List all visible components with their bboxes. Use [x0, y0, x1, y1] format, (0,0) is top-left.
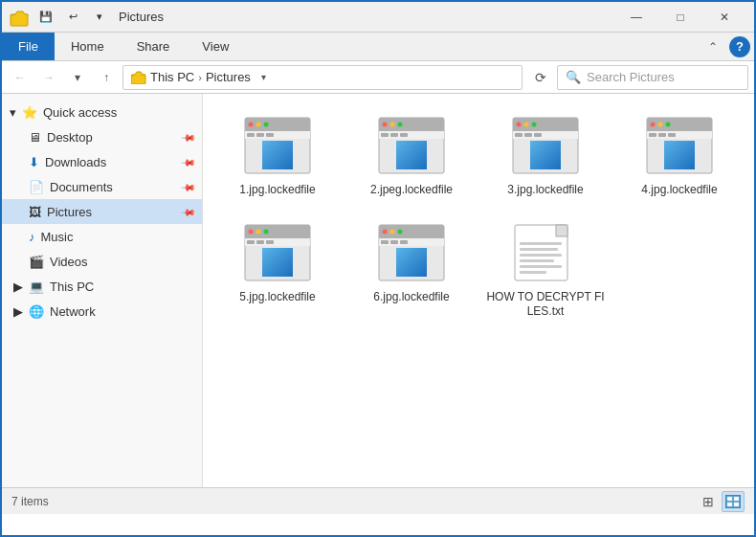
file-label: 3.jpg.lockedfile — [507, 183, 583, 198]
sidebar-label-videos: Videos — [50, 255, 88, 269]
close-button[interactable]: ✕ — [702, 2, 746, 33]
sidebar-item-pictures[interactable]: 🖼 Pictures 📌 — [2, 199, 202, 224]
search-placeholder: Search Pictures — [587, 70, 675, 84]
path-this-pc[interactable]: This PC — [150, 70, 194, 84]
svg-rect-81 — [520, 271, 546, 274]
this-pc-icon: 💻 — [29, 280, 44, 294]
svg-rect-4 — [245, 125, 310, 131]
tab-share[interactable]: Share — [121, 33, 187, 60]
svg-rect-30 — [515, 133, 523, 137]
file-item[interactable]: HOW TO DECRYPT FILES.txt — [480, 211, 611, 328]
file-label: 4.jpg.lockedfile — [641, 183, 717, 198]
ribbon-tabs: File Home Share View ⌃ ? — [2, 33, 754, 61]
svg-rect-56 — [266, 240, 274, 244]
pin-icon-documents: 📌 — [181, 179, 196, 194]
chevron-right-icon: ▶ — [13, 280, 23, 294]
ribbon-collapse-button[interactable]: ⌃ — [700, 33, 725, 60]
svg-rect-46 — [664, 141, 695, 169]
sidebar-item-quick-access[interactable]: ▾ ⭐ Quick access — [2, 100, 202, 124]
file-icon-container — [239, 112, 316, 179]
tab-home[interactable]: Home — [55, 33, 121, 60]
sidebar-label-pictures: Pictures — [47, 205, 92, 219]
svg-rect-22 — [396, 141, 427, 169]
svg-rect-64 — [379, 233, 444, 238]
file-item[interactable]: 6.jpg.lockedfile — [346, 211, 477, 328]
search-box[interactable]: 🔍 Search Pictures — [557, 65, 748, 90]
svg-rect-68 — [400, 240, 408, 244]
title-bar-icon — [10, 8, 29, 27]
file-item[interactable]: 3.jpg.lockedfile — [480, 103, 611, 207]
list-view-button[interactable] — [722, 491, 745, 512]
svg-point-60 — [256, 229, 261, 234]
music-icon: ♪ — [29, 230, 35, 244]
window-controls: — □ ✕ — [614, 2, 746, 33]
svg-rect-16 — [379, 125, 444, 131]
sidebar-item-documents[interactable]: 📄 Documents 📌 — [2, 174, 202, 199]
refresh-button[interactable]: ⟳ — [528, 65, 553, 90]
address-path[interactable]: This PC › Pictures ▾ — [122, 65, 523, 90]
forward-button[interactable]: → — [36, 65, 61, 90]
icon-view-button[interactable]: ⊞ — [697, 491, 720, 512]
svg-point-23 — [383, 123, 388, 127]
item-count: 7 items — [11, 495, 49, 508]
tab-file[interactable]: File — [2, 33, 55, 60]
svg-rect-31 — [524, 133, 532, 137]
main-content: ▾ ⭐ Quick access 🖥 Desktop 📌 ⬇ Downloads… — [2, 94, 754, 487]
file-item[interactable]: 2.jpeg.lockedfile — [346, 103, 477, 207]
view-buttons: ⊞ — [697, 491, 745, 512]
save-button[interactable]: 💾 — [34, 7, 57, 28]
maximize-button[interactable]: □ — [658, 2, 702, 33]
minimize-button[interactable]: — — [614, 2, 658, 33]
svg-point-61 — [264, 229, 269, 234]
dropdown-recent-button[interactable]: ▾ — [65, 65, 90, 90]
sidebar-item-network[interactable]: ▶ 🌐 Network — [2, 299, 202, 324]
tab-view[interactable]: View — [186, 33, 245, 60]
sidebar-item-desktop[interactable]: 🖥 Desktop 📌 — [2, 124, 202, 149]
sidebar-item-music[interactable]: ♪ Music — [2, 224, 202, 249]
sidebar-item-this-pc[interactable]: ▶ 💻 This PC — [2, 274, 202, 299]
star-icon: ⭐ — [22, 105, 37, 120]
pin-icon-downloads: 📌 — [181, 154, 196, 169]
svg-point-59 — [249, 229, 254, 234]
svg-rect-20 — [400, 133, 408, 137]
svg-rect-66 — [381, 240, 389, 244]
undo-button[interactable]: ↩ — [61, 7, 84, 28]
svg-rect-7 — [256, 133, 264, 137]
svg-point-49 — [666, 123, 671, 127]
file-item[interactable]: 4.jpg.lockedfile — [614, 103, 745, 207]
svg-rect-78 — [520, 254, 562, 257]
sidebar-label-music: Music — [41, 230, 74, 244]
svg-rect-6 — [247, 133, 255, 137]
file-item[interactable]: 5.jpg.lockedfile — [212, 211, 343, 328]
file-label: 5.jpg.lockedfile — [239, 290, 315, 305]
back-button[interactable]: ← — [8, 65, 33, 90]
path-pictures[interactable]: Pictures — [206, 70, 251, 84]
file-item[interactable]: 1.jpg.lockedfile — [212, 103, 343, 207]
file-label: 6.jpg.lockedfile — [373, 290, 449, 305]
svg-rect-86 — [734, 503, 739, 506]
sidebar-item-downloads[interactable]: ⬇ Downloads 📌 — [2, 149, 202, 174]
sidebar: ▾ ⭐ Quick access 🖥 Desktop 📌 ⬇ Downloads… — [2, 94, 203, 487]
path-dropdown-button[interactable]: ▾ — [255, 65, 274, 90]
svg-rect-8 — [266, 133, 274, 137]
svg-rect-70 — [396, 248, 427, 277]
svg-rect-40 — [647, 125, 712, 131]
pin-icon: 📌 — [181, 129, 196, 145]
sidebar-label-documents: Documents — [50, 180, 113, 194]
file-icon-container — [507, 112, 584, 179]
up-button[interactable]: ↑ — [94, 65, 119, 90]
svg-rect-18 — [381, 133, 389, 137]
sidebar-label-desktop: Desktop — [47, 130, 93, 145]
svg-rect-77 — [520, 248, 558, 251]
file-icon-container — [373, 112, 450, 179]
svg-rect-32 — [534, 133, 542, 137]
customize-button[interactable]: ▾ — [88, 7, 111, 28]
svg-point-24 — [390, 123, 395, 127]
title-bar: 💾 ↩ ▾ Pictures — □ ✕ — [2, 2, 754, 33]
file-icon-container — [507, 219, 584, 286]
desktop-icon: 🖥 — [29, 130, 41, 145]
help-button[interactable]: ? — [729, 36, 750, 57]
videos-icon: 🎬 — [29, 255, 44, 269]
address-bar: ← → ▾ ↑ This PC › Pictures ▾ ⟳ 🔍 Search … — [2, 61, 754, 94]
sidebar-item-videos[interactable]: 🎬 Videos — [2, 249, 202, 274]
